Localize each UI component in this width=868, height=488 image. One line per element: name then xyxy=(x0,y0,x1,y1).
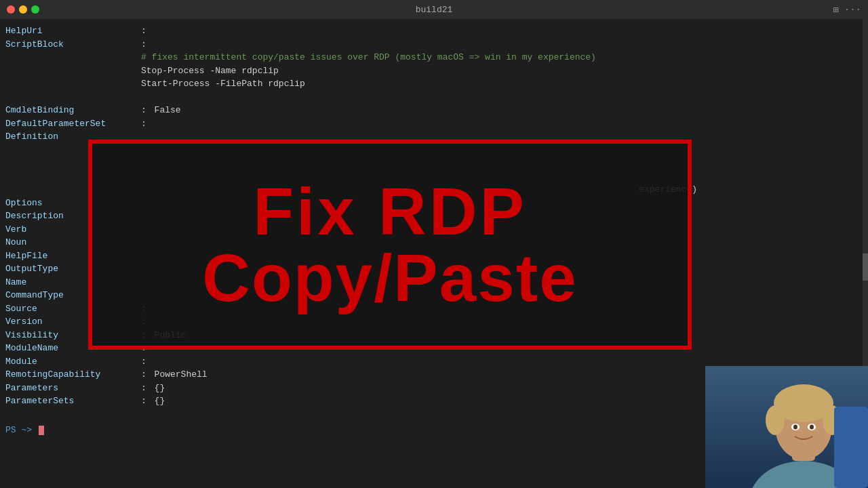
svg-point-5 xyxy=(766,405,785,435)
value-cmdletbinding: False xyxy=(155,104,181,117)
svg-point-9 xyxy=(793,425,797,430)
more-icon[interactable]: ··· xyxy=(844,4,861,16)
maximize-button[interactable] xyxy=(31,5,39,14)
window-title: build21 xyxy=(416,5,453,15)
overlay-line1: Fix RDP xyxy=(253,178,527,245)
line-cmdletbinding: CmdletBinding : False xyxy=(5,104,863,117)
cursor xyxy=(39,426,44,435)
line-stop: Stop-Process -Name rdpclip xyxy=(5,64,863,78)
value-parametersets: {} xyxy=(155,394,165,408)
label-remoting: RemotingCapability xyxy=(5,368,141,382)
start-process: Start-Process -FilePath rdpclip xyxy=(141,77,305,91)
comment-text: # fixes intermittent copy/paste issues o… xyxy=(141,51,596,64)
line-scriptblock: ScriptBlock : xyxy=(5,38,863,52)
minimize-button[interactable] xyxy=(19,5,27,14)
scrollbar-thumb[interactable] xyxy=(863,253,868,281)
line-comment: # fixes intermittent copy/paste issues o… xyxy=(5,51,863,64)
overlay-line2: Copy/Paste xyxy=(202,245,578,311)
line-blank1 xyxy=(5,91,863,104)
label-module: Module xyxy=(5,355,141,369)
title-bar: build21 ⊞ ··· xyxy=(0,0,868,19)
close-button[interactable] xyxy=(7,5,15,14)
label-helpuri: HelpUri xyxy=(5,24,141,38)
line-start: Start-Process -FilePath rdpclip xyxy=(5,77,863,91)
terminal: HelpUri : ScriptBlock : # fixes intermit… xyxy=(0,19,868,488)
svg-rect-11 xyxy=(834,407,868,488)
label-parameters: Parameters xyxy=(5,382,141,395)
label-parametersets: ParameterSets xyxy=(5,394,141,408)
webcam-overlay xyxy=(705,366,868,488)
line-helpuri: HelpUri : xyxy=(5,24,863,38)
line-defaultparam: DefaultParameterSet : xyxy=(5,117,863,131)
grid-icon[interactable]: ⊞ xyxy=(833,4,838,16)
value-parameters: {} xyxy=(155,382,165,395)
stop-process: Stop-Process -Name rdpclip xyxy=(141,64,279,78)
person-svg xyxy=(705,366,868,488)
value-remoting: PowerShell xyxy=(155,368,208,382)
webcam-person xyxy=(705,366,868,488)
prompt-text: PS ~> xyxy=(5,424,37,437)
overlay-box: Fix RDP Copy/Paste xyxy=(88,140,692,350)
label-defaultparam: DefaultParameterSet xyxy=(5,117,141,131)
svg-point-10 xyxy=(810,425,814,430)
title-bar-right: ⊞ ··· xyxy=(833,4,861,16)
traffic-lights xyxy=(7,5,39,14)
label-scriptblock: ScriptBlock xyxy=(5,38,141,52)
label-cmdletbinding: CmdletBinding xyxy=(5,104,141,117)
